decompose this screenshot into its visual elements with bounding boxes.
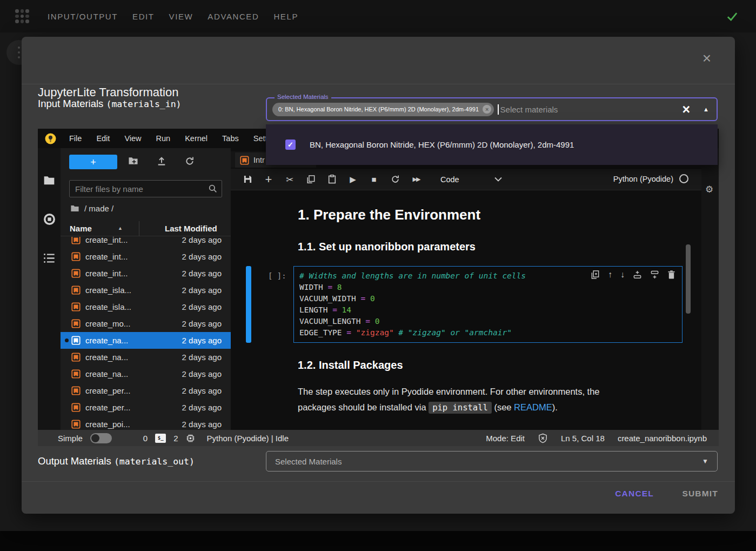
- chevron-down-icon[interactable]: [494, 177, 502, 182]
- gear-icon[interactable]: ⚙: [705, 184, 713, 195]
- material-chip[interactable]: 0: BN, Hexagonal Boron Nitride, HEX (P6/…: [272, 103, 494, 116]
- move-cell-down-icon[interactable]: ↓: [620, 270, 625, 280]
- dropdown-caret-icon: ▼: [702, 457, 708, 465]
- column-name[interactable]: Name: [70, 224, 92, 233]
- column-divider: [139, 221, 139, 236]
- upload-icon[interactable]: [157, 156, 166, 166]
- file-modified: 2 days ago: [182, 386, 222, 395]
- cell-type-select[interactable]: Code: [440, 175, 459, 184]
- duplicate-cell-icon[interactable]: [591, 270, 600, 280]
- file-row[interactable]: create_per...2 days ago: [61, 399, 231, 416]
- jupyter-menu-edit[interactable]: Edit: [96, 134, 110, 143]
- run-all-icon[interactable]: ▶▶: [411, 176, 422, 183]
- dropdown-option-label[interactable]: BN, Hexagonal Boron Nitride, HEX (P6/mmm…: [310, 140, 574, 149]
- chip-remove-icon[interactable]: ×: [483, 105, 491, 114]
- menu-item-help[interactable]: HELP: [273, 12, 298, 21]
- file-row[interactable]: create_int...2 days ago: [61, 265, 231, 282]
- file-row[interactable]: create_mo...2 days ago: [61, 315, 231, 332]
- app-logo-icon: [13, 7, 31, 25]
- paragraph-text-3: (see: [492, 402, 514, 412]
- active-cell-collapser[interactable]: [246, 266, 251, 343]
- selected-materials-legend: Selected Materials: [275, 94, 331, 100]
- materials-input-placeholder[interactable]: Select materials: [500, 105, 683, 114]
- stop-kernel-icon[interactable]: ■: [369, 175, 379, 184]
- jupyter-menu-file[interactable]: File: [69, 134, 82, 143]
- table-of-contents-icon[interactable]: [43, 253, 56, 264]
- file-row[interactable]: create_isla...2 days ago: [61, 298, 231, 315]
- move-cell-up-icon[interactable]: ↑: [608, 270, 612, 280]
- paragraph-text-4: ).: [552, 402, 558, 412]
- paragraph-text-1: The step executes only in Pyodide enviro…: [298, 387, 600, 396]
- header-divider: [22, 84, 735, 84]
- text-cursor: [498, 104, 499, 115]
- cursor-position[interactable]: Ln 5, Col 18: [561, 434, 605, 443]
- jupyter-menu-kernel[interactable]: Kernel: [185, 134, 208, 143]
- insert-cell-above-icon[interactable]: [633, 270, 642, 280]
- code-cell-editor[interactable]: # Widths and lengths are in number of un…: [293, 266, 683, 343]
- selected-materials-field[interactable]: Selected Materials 0: BN, Hexagonal Boro…: [266, 97, 718, 121]
- notebook-heading-1-1: 1.1. Set up nanoribbon parameters: [298, 241, 476, 253]
- menu-item-advanced[interactable]: ADVANCED: [208, 12, 259, 21]
- kernel-chip-icon[interactable]: [186, 434, 195, 443]
- clear-icon[interactable]: ×: [683, 103, 691, 116]
- save-icon[interactable]: [242, 175, 253, 184]
- jupyter-menu-run[interactable]: Run: [156, 134, 171, 143]
- menu-item-edit[interactable]: EDIT: [132, 12, 155, 21]
- checkbox-checked-icon[interactable]: ✓: [285, 140, 296, 150]
- file-row[interactable]: create_na...2 days ago: [61, 366, 231, 382]
- file-row[interactable]: create_int...2 days ago: [61, 248, 231, 265]
- new-launcher-button[interactable]: +: [69, 155, 117, 169]
- new-folder-icon[interactable]: [128, 156, 138, 165]
- mode-indicator[interactable]: Mode: Edit: [486, 434, 525, 443]
- paragraph-text-2: packages should be installed via: [298, 402, 429, 412]
- file-row[interactable]: create_per...2 days ago: [61, 382, 231, 399]
- column-last-modified[interactable]: Last Modified: [165, 224, 217, 233]
- file-row[interactable]: create_na...2 days ago: [61, 349, 231, 366]
- notebook-heading-1: 1. Prepare the Environment: [298, 207, 480, 223]
- notebook-scrollbar-thumb[interactable]: [686, 244, 691, 314]
- menu-item-input-output[interactable]: INPUT/OUTPUT: [48, 12, 118, 21]
- close-icon[interactable]: ×: [703, 51, 711, 66]
- jupyterlite-transformation-dialog: JupyterLite Transformation × Input Mater…: [22, 37, 735, 514]
- running-kernels-icon[interactable]: [43, 213, 56, 225]
- output-materials-label: Output Materials (materials_out): [38, 455, 195, 467]
- file-row[interactable]: create_int...2 days ago: [61, 237, 231, 248]
- breadcrumb-path: / made /: [84, 204, 113, 213]
- file-row[interactable]: create_poi...2 days ago: [61, 416, 231, 430]
- left-dock: [38, 148, 61, 430]
- file-browser-icon[interactable]: [43, 175, 55, 186]
- output-select-value: Selected Materials: [275, 457, 702, 466]
- restart-kernel-icon[interactable]: [390, 175, 400, 184]
- cut-cells-icon[interactable]: ✂: [284, 174, 295, 185]
- paste-cells-icon[interactable]: [326, 175, 337, 184]
- delete-cell-icon[interactable]: [667, 270, 675, 280]
- simple-mode-toggle[interactable]: [90, 433, 112, 443]
- menu-item-view[interactable]: VIEW: [169, 12, 193, 21]
- cancel-button[interactable]: CANCEL: [615, 489, 654, 499]
- collapse-caret-icon[interactable]: ▲: [703, 106, 709, 112]
- insert-cell-below-icon[interactable]: [650, 270, 659, 280]
- file-row[interactable]: create_na...2 days ago: [61, 332, 231, 349]
- terminal-icon[interactable]: $_: [155, 434, 166, 443]
- refresh-icon[interactable]: [185, 156, 195, 166]
- submit-button[interactable]: SUBMIT: [682, 489, 718, 499]
- kernel-name[interactable]: Python (Pyodide): [613, 175, 673, 183]
- kernel-status-text[interactable]: Python (Pyodide) | Idle: [207, 434, 289, 443]
- readme-link[interactable]: README: [514, 402, 552, 412]
- kernel-status-icon[interactable]: [679, 174, 688, 183]
- run-cell-icon[interactable]: ▶: [347, 175, 358, 184]
- notebook-tab-label: Intr: [253, 156, 265, 164]
- search-icon: [208, 184, 218, 194]
- filter-files-input[interactable]: [69, 180, 222, 197]
- breadcrumb[interactable]: / made /: [70, 204, 113, 213]
- jupyter-menu-view[interactable]: View: [124, 134, 141, 143]
- output-materials-select[interactable]: Selected Materials ▼: [266, 451, 718, 472]
- trust-shield-icon[interactable]: [538, 433, 548, 443]
- copy-cells-icon[interactable]: [305, 175, 316, 184]
- jupyter-menu-tabs[interactable]: Tabs: [222, 134, 239, 143]
- file-row[interactable]: create_isla...2 days ago: [61, 282, 231, 298]
- file-list-header: Name ▲ Last Modified: [61, 223, 231, 236]
- file-name: create_per...: [85, 386, 182, 395]
- notebook-file-icon: [71, 403, 81, 412]
- add-cell-icon[interactable]: +: [263, 175, 274, 184]
